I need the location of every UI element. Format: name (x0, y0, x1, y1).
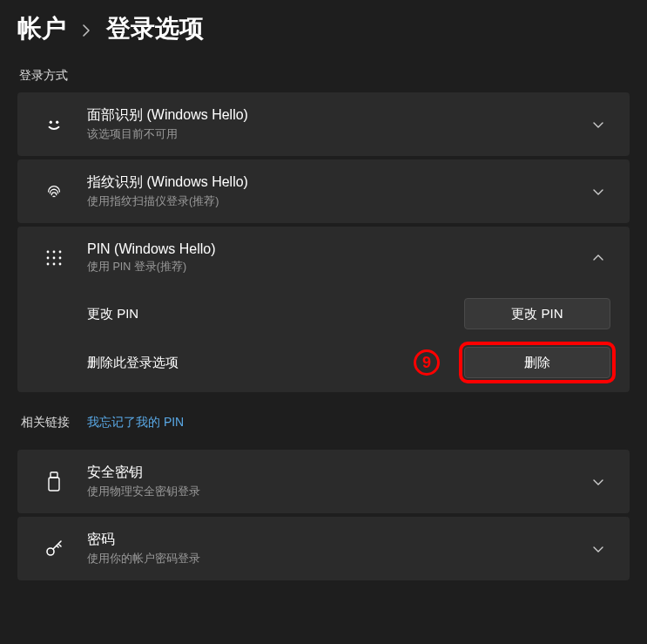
pin-remove-label: 删除此登录选项 (87, 355, 414, 371)
chevron-up-icon (586, 254, 610, 262)
signin-option-security-key: 安全密钥 使用物理安全密钥登录 (17, 450, 630, 513)
svg-point-8 (47, 263, 50, 266)
related-links-label: 相关链接 (21, 415, 70, 430)
option-title: 指纹识别 (Windows Hello) (87, 173, 586, 192)
chevron-down-icon (586, 545, 610, 553)
chevron-down-icon (586, 187, 610, 196)
pin-keypad-icon (37, 249, 71, 267)
option-subtitle: 使用指纹扫描仪登录(推荐) (87, 194, 586, 209)
signin-option-fingerprint-row[interactable]: 指纹识别 (Windows Hello) 使用指纹扫描仪登录(推荐) (17, 159, 630, 223)
key-icon (37, 539, 71, 559)
option-subtitle: 使用 PIN 登录(推荐) (87, 260, 586, 275)
breadcrumb-parent[interactable]: 帐户 (17, 12, 66, 45)
svg-point-1 (56, 120, 58, 123)
related-links: 相关链接 我忘记了我的 PIN (17, 396, 630, 450)
svg-point-9 (53, 263, 56, 266)
svg-rect-11 (51, 472, 57, 478)
option-subtitle: 该选项目前不可用 (87, 127, 586, 142)
signin-option-face-row[interactable]: 面部识别 (Windows Hello) 该选项目前不可用 (17, 92, 630, 156)
signin-option-security-key-row[interactable]: 安全密钥 使用物理安全密钥登录 (17, 450, 630, 513)
chevron-down-icon (586, 478, 610, 486)
signin-option-pin-row[interactable]: PIN (Windows Hello) 使用 PIN 登录(推荐) (17, 227, 630, 289)
option-title: 密码 (87, 531, 586, 549)
signin-option-password-row[interactable]: 密码 使用你的帐户密码登录 (17, 517, 630, 580)
svg-point-0 (50, 120, 52, 123)
svg-point-2 (47, 251, 50, 254)
section-heading: 登录方式 (19, 68, 630, 84)
signin-option-fingerprint: 指纹识别 (Windows Hello) 使用指纹扫描仪登录(推荐) (17, 159, 630, 223)
signin-option-pin: PIN (Windows Hello) 使用 PIN 登录(推荐) 更改 PIN… (17, 227, 630, 392)
pin-remove-row: 删除此登录选项 9 删除 (17, 338, 630, 387)
option-subtitle: 使用物理安全密钥登录 (87, 485, 586, 499)
svg-point-6 (53, 257, 56, 260)
option-title: PIN (Windows Hello) (87, 241, 586, 257)
page-title: 登录选项 (106, 12, 204, 45)
usb-key-icon (37, 471, 71, 492)
signin-option-face: 面部识别 (Windows Hello) 该选项目前不可用 (17, 92, 630, 156)
svg-point-4 (59, 251, 62, 254)
svg-point-5 (47, 257, 50, 260)
remove-pin-button[interactable]: 删除 (464, 347, 610, 378)
signin-option-password: 密码 使用你的帐户密码登录 (17, 517, 630, 580)
option-subtitle: 使用你的帐户密码登录 (87, 552, 586, 566)
svg-rect-12 (49, 478, 59, 491)
forgot-pin-link[interactable]: 我忘记了我的 PIN (87, 415, 184, 430)
face-icon (37, 115, 71, 134)
svg-point-7 (59, 257, 62, 260)
change-pin-button[interactable]: 更改 PIN (464, 298, 610, 329)
pin-change-row: 更改 PIN 更改 PIN (17, 289, 630, 338)
option-title: 安全密钥 (87, 464, 586, 482)
breadcrumb: 帐户 登录选项 (17, 0, 630, 64)
option-title: 面部识别 (Windows Hello) (87, 106, 586, 125)
chevron-right-icon (82, 24, 91, 37)
fingerprint-icon (37, 182, 71, 201)
pin-change-label: 更改 PIN (87, 306, 464, 322)
annotation-step-number: 9 (414, 349, 440, 376)
chevron-down-icon (586, 120, 610, 129)
svg-point-10 (59, 263, 62, 266)
svg-point-3 (53, 251, 56, 254)
